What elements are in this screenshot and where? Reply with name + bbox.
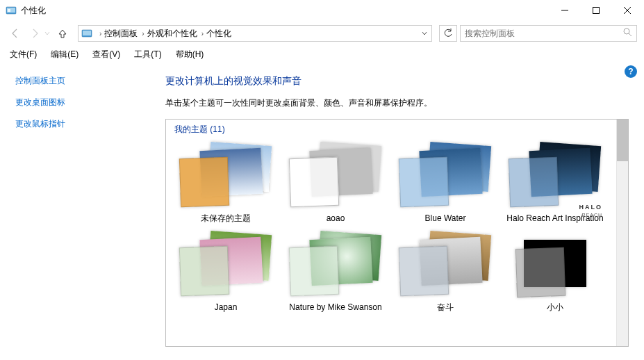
breadcrumb-item[interactable]: 个性化	[206, 28, 231, 40]
theme-item[interactable]: aoao	[284, 140, 387, 223]
recent-locations-dropdown[interactable]	[43, 25, 51, 42]
sidebar-link-home[interactable]: 控制面板主页	[15, 75, 146, 87]
sidebar: 控制面板主页 更改桌面图标 更改鼠标指针	[0, 63, 153, 360]
theme-item[interactable]: 小小	[504, 229, 606, 312]
sidebar-link-desktop-icons[interactable]: 更改桌面图标	[15, 97, 146, 108]
scrollbar[interactable]	[616, 120, 628, 346]
page-subtitle: 单击某个主题可一次性同时更改桌面背景、颜色、声音和屏幕保护程序。	[165, 97, 629, 109]
search-icon	[623, 28, 632, 39]
chevron-right-icon[interactable]: ›	[99, 30, 101, 38]
svg-rect-7	[83, 31, 91, 35]
themes-panel: 我的主题 (11) 未保存的主题 aoao	[165, 119, 629, 347]
theme-item[interactable]: Nature by Mike Swanson	[284, 229, 387, 312]
minimize-button[interactable]	[549, 1, 580, 21]
maximize-button[interactable]	[580, 1, 611, 21]
theme-name: 未保存的主题	[201, 213, 251, 223]
theme-name: 奋斗	[437, 302, 454, 312]
svg-rect-3	[593, 8, 599, 14]
menu-view[interactable]: 查看(V)	[87, 47, 126, 62]
sidebar-link-mouse-pointers[interactable]: 更改鼠标指针	[15, 118, 146, 130]
theme-thumbnail	[397, 140, 494, 209]
content: ? 更改计算机上的视觉效果和声音 单击某个主题可一次性同时更改桌面背景、颜色、声…	[153, 63, 644, 360]
theme-thumbnail	[287, 229, 384, 298]
address-bar[interactable]: › 控制面板 › 外观和个性化 › 个性化	[78, 25, 432, 42]
menu-help[interactable]: 帮助(H)	[170, 47, 210, 62]
refresh-button[interactable]	[439, 25, 457, 42]
chevron-right-icon[interactable]: ›	[142, 30, 144, 38]
chevron-right-icon[interactable]: ›	[201, 30, 204, 38]
theme-item[interactable]: 未保存的主题	[174, 140, 277, 223]
theme-thumbnail	[177, 229, 274, 298]
page-title: 更改计算机上的视觉效果和声音	[165, 75, 629, 88]
theme-item[interactable]: Japan	[174, 229, 277, 312]
theme-thumbnail	[287, 140, 384, 209]
halo-brand-label: HALO	[579, 204, 603, 211]
theme-name: Japan	[215, 302, 238, 312]
window-controls	[549, 1, 643, 21]
location-icon	[81, 28, 92, 39]
breadcrumb-item[interactable]: 外观和个性化	[147, 28, 197, 40]
search-placeholder: 搜索控制面板	[465, 28, 515, 40]
body: 控制面板主页 更改桌面图标 更改鼠标指针 ? 更改计算机上的视觉效果和声音 单击…	[0, 63, 644, 360]
themes-grid: 未保存的主题 aoao Blue Water	[174, 140, 616, 318]
breadcrumb-item[interactable]: 控制面板	[104, 28, 138, 40]
theme-name: aoao	[327, 213, 345, 223]
theme-thumbnail: HALO REACH	[506, 140, 604, 209]
theme-name: Blue Water	[425, 213, 466, 223]
theme-thumbnail	[506, 229, 604, 298]
titlebar: 个性化	[0, 0, 644, 21]
address-bar-row: › 控制面板 › 外观和个性化 › 个性化 搜索控制面板	[0, 21, 644, 46]
theme-item[interactable]: 奋斗	[394, 229, 497, 312]
menu-edit[interactable]: 编辑(E)	[45, 47, 84, 62]
theme-item[interactable]: HALO REACH Halo Reach Art Inspiration	[504, 140, 606, 223]
svg-point-8	[624, 28, 629, 34]
theme-name: 小小	[547, 302, 563, 312]
up-button[interactable]	[54, 25, 71, 42]
forward-button[interactable]	[26, 25, 43, 42]
help-icon[interactable]: ?	[625, 65, 637, 78]
back-button[interactable]	[7, 25, 24, 42]
menu-tools[interactable]: 工具(T)	[129, 47, 167, 62]
app-icon	[6, 5, 17, 16]
scrollbar-thumb[interactable]	[617, 120, 628, 161]
svg-line-9	[629, 33, 631, 36]
search-input[interactable]: 搜索控制面板	[460, 25, 637, 42]
window-title: 个性化	[21, 5, 46, 17]
theme-thumbnail	[177, 140, 274, 209]
theme-item[interactable]: Blue Water	[394, 140, 497, 223]
close-button[interactable]	[611, 1, 643, 21]
theme-thumbnail	[397, 229, 494, 298]
theme-name: Nature by Mike Swanson	[289, 302, 381, 312]
menubar: 文件(F) 编辑(E) 查看(V) 工具(T) 帮助(H)	[0, 46, 644, 63]
menu-file[interactable]: 文件(F)	[4, 47, 42, 62]
address-dropdown[interactable]	[419, 31, 430, 36]
section-label: 我的主题 (11)	[174, 124, 616, 136]
halo-sub-label: REACH	[581, 213, 602, 218]
